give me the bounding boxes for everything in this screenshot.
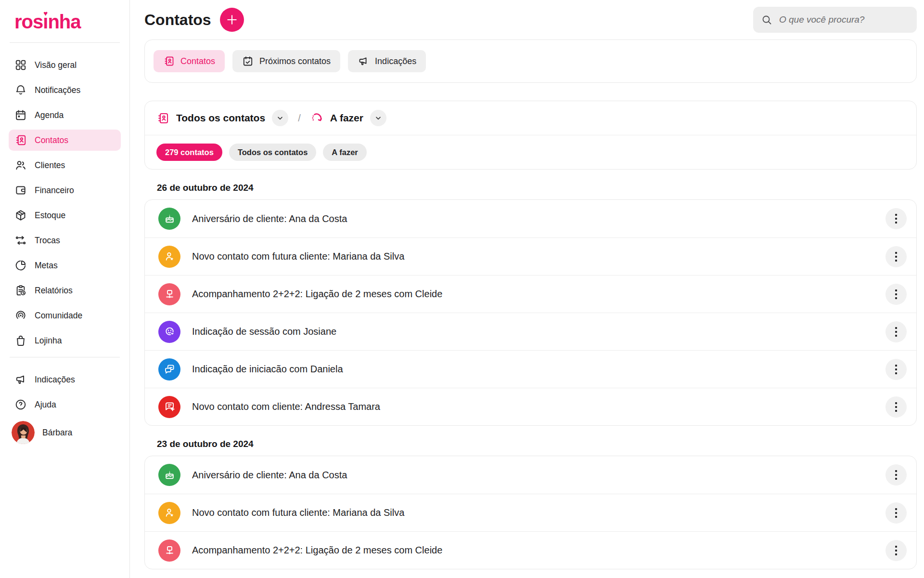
- logo-text: ros: [14, 11, 43, 33]
- contact-group-dropdown[interactable]: Todos os contatos: [156, 110, 288, 126]
- tab-indicacoes[interactable]: Indicações: [348, 50, 426, 72]
- megaphone-icon: [358, 55, 369, 67]
- chat-plus-icon: [158, 396, 180, 418]
- contact-book-icon: [156, 112, 169, 125]
- date-header: 26 de outubro de 2024: [157, 183, 917, 193]
- contact-row[interactable]: Indicação de iniciacão com Daniela: [145, 350, 916, 388]
- sitemap-icon: [158, 283, 180, 305]
- contact-row[interactable]: Indicação de sessão com Josiane: [145, 313, 916, 350]
- megaphone-icon: [14, 373, 27, 386]
- search-box[interactable]: [753, 7, 917, 33]
- row-menu-button[interactable]: [886, 284, 907, 305]
- row-menu-button[interactable]: [886, 359, 907, 380]
- person-star-icon: [158, 502, 180, 524]
- plus-icon: [226, 13, 238, 26]
- search-icon: [761, 14, 772, 26]
- sidebar-item-metas[interactable]: Metas: [9, 255, 121, 276]
- filter-chip-a-fazer: A fazer: [323, 144, 366, 161]
- sidebar-item-agenda[interactable]: Agenda: [9, 105, 121, 126]
- sidebar-nav: Visão geral Notificações Agenda Contatos…: [9, 54, 121, 351]
- contact-row[interactable]: Novo contato com futura cliente: Mariana…: [145, 237, 916, 275]
- sidebar-item-trocas[interactable]: Trocas: [9, 230, 121, 251]
- person-star-icon: [158, 246, 180, 268]
- page-header: Contatos: [144, 6, 917, 34]
- contact-row[interactable]: Acompanhamento 2+2+2: Ligação de 2 meses…: [145, 531, 916, 569]
- row-menu-button[interactable]: [886, 208, 907, 229]
- user-name: Bárbara: [42, 428, 72, 438]
- sidebar-item-notificacoes[interactable]: Notificações: [9, 79, 121, 101]
- contact-row-text: Acompanhamento 2+2+2: Ligação de 2 meses…: [192, 289, 874, 300]
- filter-card: Todos os contatos / A fazer: [144, 101, 917, 170]
- row-menu-button[interactable]: [886, 321, 907, 342]
- contact-row[interactable]: Novo contato com futura cliente: Mariana…: [145, 494, 916, 531]
- rosinha-logo[interactable]: rosı♥nha: [9, 7, 121, 37]
- applied-filter-chips: 279 contatos Todos os contatos A fazer: [145, 135, 916, 169]
- tab-contatos[interactable]: Contatos: [154, 50, 225, 72]
- chat-icon: [158, 358, 180, 381]
- grid-icon: [14, 59, 27, 71]
- filter-controls: Todos os contatos / A fazer: [145, 101, 916, 135]
- contact-row[interactable]: Aniversário de cliente: Ana da Costa: [145, 200, 916, 237]
- logo-text: nha: [48, 11, 80, 33]
- page-title: Contatos: [144, 11, 211, 29]
- date-group: 23 de outubro de 2024 Aniversário de cli…: [144, 439, 917, 569]
- users-icon: [14, 159, 27, 171]
- chevron-down-icon: [272, 110, 288, 126]
- sidebar-user[interactable]: Bárbara: [9, 419, 121, 446]
- add-contact-button[interactable]: [220, 8, 244, 32]
- status-dropdown[interactable]: A fazer: [310, 110, 386, 126]
- filter-separator: /: [298, 113, 301, 124]
- heart-icon: ♥: [43, 9, 47, 17]
- divider: [10, 42, 120, 43]
- sidebar-item-estoque[interactable]: Estoque: [9, 205, 121, 226]
- chevron-down-icon: [370, 110, 386, 126]
- redo-dotted-icon: [310, 112, 323, 125]
- contact-book-icon: [163, 55, 175, 67]
- contact-row-text: Aniversário de cliente: Ana da Costa: [192, 470, 874, 481]
- sidebar-item-lojinha[interactable]: Lojinha: [9, 330, 121, 351]
- tabs-bar: Contatos Próximos contatos Indicações: [144, 39, 917, 83]
- contact-row-text: Indicação de sessão com Josiane: [192, 326, 874, 337]
- sidebar: rosı♥nha Visão geral Notificações Agenda…: [0, 0, 130, 578]
- broadcast-icon: [14, 309, 27, 322]
- row-menu-button[interactable]: [886, 464, 907, 486]
- row-menu-button[interactable]: [886, 396, 907, 418]
- bag-icon: [14, 334, 27, 347]
- status-label: A fazer: [330, 112, 363, 124]
- date-header: 23 de outubro de 2024: [157, 439, 917, 449]
- cake-icon: [158, 208, 180, 230]
- filter-chip-todos-os-contatos: Todos os contatos: [229, 144, 316, 161]
- contact-row[interactable]: Acompanhamento 2+2+2: Ligação de 2 meses…: [145, 275, 916, 313]
- calendar-check-icon: [242, 55, 254, 67]
- sidebar-item-indicacoes[interactable]: Indicações: [9, 369, 121, 390]
- sitemap-icon: [158, 539, 180, 562]
- sidebar-item-comunidade[interactable]: Comunidade: [9, 305, 121, 326]
- row-menu-button[interactable]: [886, 246, 907, 267]
- divider: [10, 357, 120, 357]
- sidebar-item-contatos[interactable]: Contatos: [9, 130, 121, 151]
- smiley-heart-icon: [158, 321, 180, 343]
- contact-row[interactable]: Aniversário de cliente: Ana da Costa: [145, 456, 916, 494]
- sidebar-item-visao-geral[interactable]: Visão geral: [9, 54, 121, 76]
- wallet-icon: [14, 184, 27, 197]
- pie-icon: [14, 259, 27, 272]
- tab-proximos-contatos[interactable]: Próximos contatos: [232, 50, 340, 72]
- help-icon: [14, 398, 27, 411]
- contact-row[interactable]: Novo contato com cliente: Andressa Tamar…: [145, 388, 916, 425]
- package-icon: [14, 209, 27, 222]
- sidebar-item-financeiro[interactable]: Financeiro: [9, 180, 121, 201]
- sidebar-item-clientes[interactable]: Clientes: [9, 155, 121, 176]
- contact-group-label: Todos os contatos: [176, 112, 265, 124]
- search-input[interactable]: [779, 14, 909, 25]
- sidebar-item-relatorios[interactable]: Relatórios: [9, 280, 121, 301]
- bell-icon: [14, 84, 27, 96]
- sidebar-item-ajuda[interactable]: Ajuda: [9, 394, 121, 415]
- contact-row-text: Indicação de iniciacão com Daniela: [192, 364, 874, 375]
- row-menu-button[interactable]: [886, 502, 907, 524]
- contact-groups: 26 de outubro de 2024 Aniversário de cli…: [144, 183, 917, 569]
- contact-book-icon: [14, 134, 27, 146]
- cake-icon: [158, 464, 180, 486]
- row-menu-button[interactable]: [886, 540, 907, 561]
- contact-row-text: Novo contato com futura cliente: Mariana…: [192, 251, 874, 262]
- contact-count-badge: 279 contatos: [156, 144, 222, 161]
